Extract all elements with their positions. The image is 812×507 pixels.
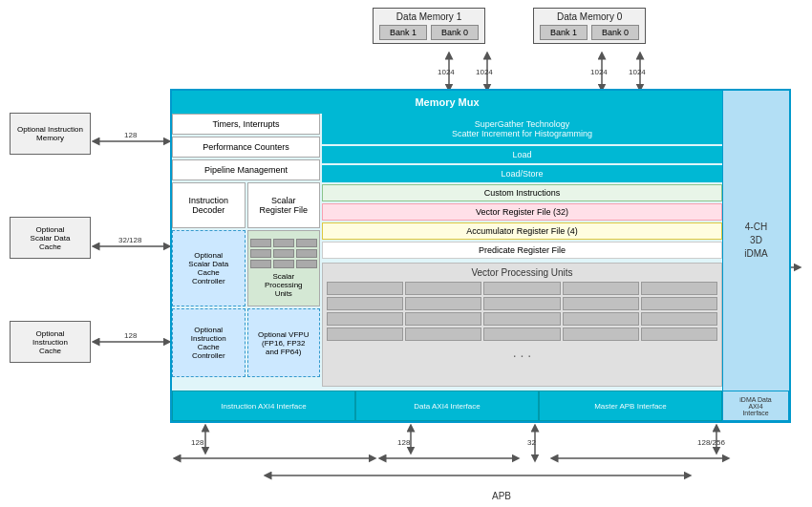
optional-scalar-cache-controller: OptionalScalar DataCacheController [172, 230, 246, 306]
svg-text:1024: 1024 [590, 68, 608, 76]
optional-instruction-memory: Optional Instruction Memory [10, 113, 91, 155]
predicate-register-file-block: Predicate Register File [322, 242, 722, 259]
idma-label: 4-CH3DiDMA [744, 221, 767, 261]
pipeline-mgmt-block: Pipeline Management [172, 159, 320, 180]
memory-mux-bar: Memory Mux [172, 91, 722, 114]
svg-text:1024: 1024 [438, 68, 455, 76]
vector-processing-units: Vector Processing Units [322, 263, 722, 387]
master-apb-interface: Master APB Interface [539, 391, 722, 421]
optional-scalar-data-cache-box: OptionalScalar DataCache [10, 217, 91, 259]
spu-grid-visual [250, 239, 318, 268]
svg-text:128: 128 [397, 438, 411, 447]
right-content: SuperGather TechnologyScatter Increment … [322, 114, 722, 391]
svg-text:32/128: 32/128 [118, 236, 142, 244]
data-memory-1: Data Memory 1 Bank 1 Bank 0 [373, 8, 485, 44]
dm1-bank0: Bank 0 [431, 25, 479, 40]
diagram-container: 1024 1024 1024 1024 128 32/128 128 128 1… [0, 0, 812, 507]
dm1-bank1: Bank 1 [379, 25, 427, 40]
dm0-bank1: Bank 1 [540, 25, 588, 40]
left-optional-boxes: Optional Instruction Memory OptionalScal… [10, 113, 91, 363]
data-memory-0: Data Memory 0 Bank 1 Bank 0 [533, 8, 646, 44]
custom-instructions-block: Custom Instructions [322, 184, 722, 201]
top-memory-banks: Data Memory 1 Bank 1 Bank 0 Data Memory … [373, 8, 646, 44]
idma-panel: 4-CH3DiDMA [722, 91, 789, 391]
instruction-axi4-interface: Instruction AXI4 Interface [172, 391, 355, 421]
apb-label: APB [267, 491, 736, 501]
control-section: Timers, Interrupts Performance Counters … [172, 114, 320, 391]
supergather-block: SuperGather TechnologyScatter Increment … [322, 114, 722, 144]
vector-register-file-block: Vector Register File (32) [322, 203, 722, 221]
optional-vfpu: Optional VFPU(FP16, FP32and FP64) [247, 308, 321, 377]
perf-counters-block: Performance Counters [172, 137, 320, 158]
chip-area: Memory Mux Timers, Interrupts Performanc… [170, 89, 791, 423]
scalar-register-file-block: ScalarRegister File [247, 182, 321, 228]
interface-bar: Instruction AXI4 Interface Data AXI4 Int… [172, 391, 722, 421]
dm0-bank0: Bank 0 [591, 25, 639, 40]
optional-instruction-cache-box: OptionalInstructionCache [10, 321, 91, 363]
timers-block: Timers, Interrupts [172, 114, 320, 135]
svg-text:32: 32 [527, 438, 536, 447]
data-memory-0-title: Data Memory 0 [540, 11, 639, 22]
data-axi4-interface: Data AXI4 Interface [355, 391, 539, 421]
svg-text:128: 128 [124, 131, 138, 139]
svg-text:1024: 1024 [476, 68, 493, 76]
accumulator-register-file-block: Accumulator Register File (4) [322, 222, 722, 240]
svg-text:128/256: 128/256 [697, 438, 725, 447]
vpu-title: Vector Processing Units [327, 267, 717, 278]
instruction-decoder-block: InstructionDecoder [172, 182, 246, 228]
idma-data-interface: iDMA DataAXI4Interface [722, 391, 789, 421]
scalar-processing-units: ScalarProcessingUnits [247, 230, 321, 306]
svg-text:128: 128 [124, 331, 138, 340]
svg-text:1024: 1024 [629, 68, 646, 76]
memory-mux-label: Memory Mux [415, 96, 479, 108]
data-memory-1-title: Data Memory 1 [379, 11, 479, 22]
optional-instruction-cache-controller: OptionalInstructionCacheController [172, 308, 246, 377]
load-block: Load [322, 146, 722, 163]
load-store-block: Load/Store [322, 165, 722, 182]
svg-text:128: 128 [191, 438, 204, 447]
